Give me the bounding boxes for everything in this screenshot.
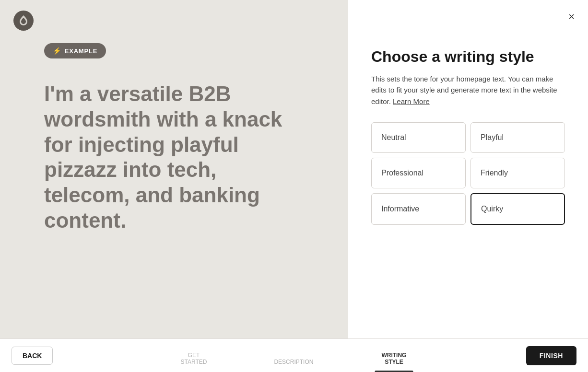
progress-steps: GET STARTED DESCRIPTION WRITING STYLE — [147, 352, 441, 372]
hero-text: I'm a versatile B2B wordsmith with a kna… — [44, 81, 304, 233]
style-option-playful[interactable]: Playful — [470, 122, 565, 153]
step-description: DESCRIPTION — [240, 359, 347, 372]
bottom-bar: BACK GET STARTED DESCRIPTION WRITING STY… — [0, 338, 588, 372]
style-option-neutral[interactable]: Neutral — [371, 122, 466, 153]
left-panel: ⚡ EXAMPLE I'm a versatile B2B wordsmith … — [0, 0, 348, 338]
example-label: EXAMPLE — [65, 47, 97, 55]
style-option-friendly[interactable]: Friendly — [470, 158, 565, 188]
panel-description: This sets the tone for your homepage tex… — [371, 73, 565, 107]
finish-button[interactable]: FINISH — [526, 346, 576, 365]
step-get-started: GET STARTED — [147, 352, 241, 372]
style-option-professional[interactable]: Professional — [371, 158, 466, 188]
step-writing-style: WRITING STYLE — [347, 352, 441, 372]
learn-more-link[interactable]: Learn More — [393, 97, 430, 105]
logo — [13, 11, 34, 33]
example-badge: ⚡ EXAMPLE — [44, 43, 106, 58]
panel-title: Choose a writing style — [371, 48, 565, 66]
back-button[interactable]: BACK — [12, 347, 53, 365]
style-option-informative[interactable]: Informative — [371, 193, 466, 225]
close-button[interactable]: × — [568, 12, 575, 22]
style-grid: Neutral Playful Professional Friendly In… — [371, 122, 565, 225]
left-content: I'm a versatile B2B wordsmith with a kna… — [0, 58, 348, 233]
bolt-icon: ⚡ — [53, 47, 61, 55]
right-panel: × Choose a writing style This sets the t… — [348, 0, 588, 338]
style-option-quirky[interactable]: Quirky — [470, 193, 565, 225]
